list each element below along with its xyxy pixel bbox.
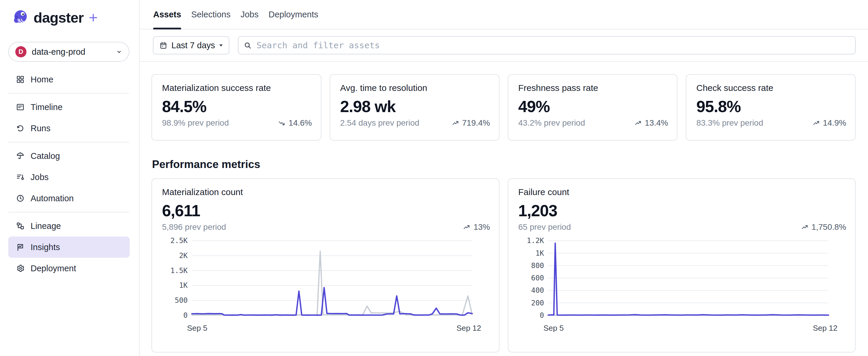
- metric-prev-period: 83.3% prev period: [696, 118, 763, 128]
- date-range-label: Last 7 days: [172, 40, 215, 50]
- trend-up-icon: [464, 225, 471, 230]
- svg-text:0: 0: [539, 311, 544, 320]
- metric-prev-period: 43.2% prev period: [518, 118, 585, 128]
- chart-card-materialization-count: Materialization count 6,611 5,896 prev p…: [151, 178, 500, 353]
- svg-text:1K: 1K: [535, 249, 544, 258]
- metric-title: Check success rate: [696, 83, 846, 93]
- search-bar: [238, 36, 856, 54]
- sidebar-item-catalog[interactable]: Catalog: [8, 145, 130, 167]
- svg-text:400: 400: [531, 286, 544, 295]
- sidebar-divider: [8, 212, 129, 212]
- svg-text:500: 500: [175, 296, 188, 304]
- metric-card-freshness-pass-rate: Freshness pass rate 49% 43.2% prev perio…: [508, 74, 678, 141]
- chart-delta-value: 13%: [473, 222, 490, 232]
- tab-selections[interactable]: Selections: [191, 0, 230, 29]
- metric-delta-value: 14.6%: [288, 118, 312, 128]
- performance-metrics-heading: Performance metrics: [152, 158, 856, 171]
- chart-title: Failure count: [518, 187, 846, 197]
- sidebar-item-label: Runs: [31, 124, 51, 133]
- chart-delta-value: 1,750.8%: [811, 222, 846, 232]
- svg-text:Sep 5: Sep 5: [544, 324, 564, 332]
- app-root: dagster + D data-eng-prod Home: [0, 0, 868, 356]
- materialization-count-line-chart[interactable]: 05001K1.5K2K2.5KSep 5Sep 12: [162, 236, 490, 344]
- trend-up-icon: [635, 121, 642, 126]
- chart-prev-period: 65 prev period: [518, 222, 571, 232]
- main-content: Assets Selections Jobs Deployments Last …: [140, 0, 868, 356]
- metric-cards-row: Materialization success rate 84.5% 98.9%…: [151, 74, 856, 141]
- svg-text:800: 800: [531, 261, 544, 270]
- dagster-logo[interactable]: dagster +: [12, 9, 139, 27]
- brand-name: dagster: [33, 9, 84, 26]
- automation-icon: [16, 194, 25, 203]
- deployment-icon: [16, 264, 25, 273]
- search-icon: [244, 41, 252, 50]
- sidebar: dagster + D data-eng-prod Home: [0, 0, 140, 356]
- chart-delta: 13%: [464, 222, 490, 232]
- sidebar-item-timeline[interactable]: Timeline: [8, 96, 130, 118]
- chart-delta: 1,750.8%: [802, 222, 846, 232]
- lineage-icon: [16, 221, 25, 231]
- sidebar-item-label: Timeline: [31, 102, 63, 112]
- sidebar-item-insights[interactable]: Insights: [8, 237, 130, 258]
- svg-text:1K: 1K: [179, 281, 188, 290]
- sidebar-divider: [8, 93, 129, 94]
- sidebar-nav: Home Timeline Run: [0, 69, 139, 279]
- svg-text:Sep 5: Sep 5: [187, 324, 207, 332]
- jobs-icon: [16, 172, 25, 182]
- metric-delta: 14.9%: [813, 118, 846, 128]
- sidebar-item-label: Home: [31, 75, 53, 84]
- metric-value: 95.8%: [696, 97, 846, 116]
- metric-card-materialization-success-rate: Materialization success rate 84.5% 98.9%…: [151, 74, 321, 141]
- sidebar-item-lineage[interactable]: Lineage: [8, 215, 130, 237]
- chart-title: Materialization count: [162, 187, 490, 197]
- trend-up-icon: [802, 225, 809, 230]
- catalog-icon: [16, 151, 25, 161]
- tab-deployments[interactable]: Deployments: [269, 0, 318, 29]
- sidebar-item-label: Catalog: [31, 151, 60, 161]
- chart-card-failure-count: Failure count 1,203 65 prev period 1,750…: [508, 178, 856, 353]
- svg-text:200: 200: [531, 299, 544, 307]
- chart-value: 6,611: [162, 201, 490, 220]
- metric-delta: 14.6%: [279, 118, 312, 128]
- insights-icon: [16, 242, 25, 252]
- metric-delta: 719.4%: [453, 118, 490, 128]
- svg-text:Sep 12: Sep 12: [813, 324, 837, 332]
- metric-card-check-success-rate: Check success rate 95.8% 83.3% prev peri…: [686, 74, 856, 141]
- sidebar-divider: [8, 142, 129, 142]
- metric-prev-period: 98.9% prev period: [162, 118, 229, 128]
- svg-text:1.5K: 1.5K: [170, 266, 188, 275]
- sidebar-item-runs[interactable]: Runs: [8, 118, 130, 139]
- metric-value: 84.5%: [162, 97, 312, 116]
- sidebar-item-jobs[interactable]: Jobs: [8, 167, 130, 188]
- top-nav-tabs: Assets Selections Jobs Deployments: [140, 0, 868, 29]
- runs-icon: [16, 124, 25, 133]
- metric-value: 49%: [518, 97, 668, 116]
- sidebar-item-automation[interactable]: Automation: [8, 188, 130, 209]
- metric-delta-value: 719.4%: [462, 118, 490, 128]
- filter-toolbar: Last 7 days: [140, 29, 868, 62]
- svg-text:0: 0: [184, 311, 188, 320]
- workspace-selector[interactable]: D data-eng-prod: [8, 42, 129, 62]
- sidebar-item-label: Insights: [31, 242, 60, 252]
- metric-value: 2.98 wk: [340, 97, 490, 116]
- svg-text:600: 600: [531, 274, 544, 282]
- sidebar-item-label: Jobs: [31, 172, 49, 182]
- caret-down-icon: [219, 44, 223, 47]
- date-range-button[interactable]: Last 7 days: [153, 36, 229, 54]
- tab-jobs[interactable]: Jobs: [241, 0, 258, 29]
- metric-prev-period: 2.54 days prev period: [340, 118, 419, 128]
- calendar-icon: [159, 41, 167, 50]
- sidebar-item-label: Lineage: [31, 221, 61, 231]
- metric-card-avg-time-to-resolution: Avg. time to resolution 2.98 wk 2.54 day…: [330, 74, 500, 141]
- failure-count-line-chart[interactable]: 02004006008001K1.2KSep 5Sep 12: [518, 236, 846, 344]
- timeline-icon: [16, 102, 25, 112]
- sidebar-item-label: Deployment: [31, 264, 76, 273]
- sidebar-item-deployment[interactable]: Deployment: [8, 258, 130, 279]
- metric-delta-value: 13.4%: [645, 118, 668, 128]
- trend-up-icon: [453, 121, 460, 126]
- search-input[interactable]: [256, 37, 850, 54]
- tab-assets[interactable]: Assets: [153, 0, 181, 29]
- metric-title: Avg. time to resolution: [340, 83, 490, 93]
- svg-text:Sep 12: Sep 12: [457, 324, 481, 332]
- sidebar-item-home[interactable]: Home: [8, 69, 130, 90]
